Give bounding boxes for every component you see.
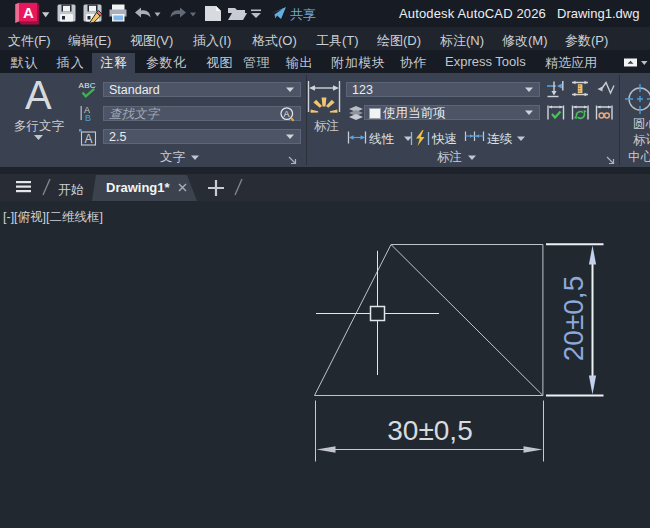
svg-text:20±0,5: 20±0,5 xyxy=(558,276,589,361)
svg-text:30±0,5: 30±0,5 xyxy=(387,415,472,446)
svg-text:A: A xyxy=(283,109,289,119)
svg-text:共享: 共享 xyxy=(290,7,316,22)
svg-text:B: B xyxy=(85,113,91,121)
svg-text:A: A xyxy=(23,4,34,21)
svg-text:A: A xyxy=(85,132,93,146)
svg-text:[-][俯视][二维线框]: [-][俯视][二维线框] xyxy=(3,210,103,224)
